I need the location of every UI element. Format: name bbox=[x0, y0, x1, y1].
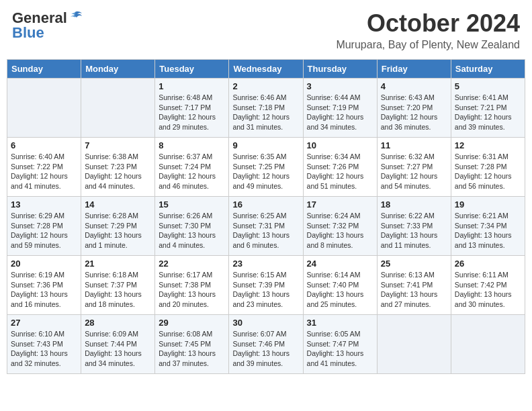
day-number: 31 bbox=[307, 318, 373, 328]
location-subtitle: Murupara, Bay of Plenty, New Zealand bbox=[336, 39, 520, 51]
calendar-cell bbox=[377, 315, 451, 374]
calendar-cell: 20Sunrise: 6:19 AM Sunset: 7:36 PM Dayli… bbox=[7, 256, 81, 315]
calendar-cell: 27Sunrise: 6:10 AM Sunset: 7:43 PM Dayli… bbox=[7, 315, 81, 374]
calendar-cell: 4Sunrise: 6:43 AM Sunset: 7:20 PM Daylig… bbox=[377, 79, 451, 138]
day-info: Sunrise: 6:25 AM Sunset: 7:31 PM Dayligh… bbox=[232, 211, 299, 250]
calendar-cell: 6Sunrise: 6:40 AM Sunset: 7:22 PM Daylig… bbox=[7, 138, 81, 197]
month-title: October 2024 bbox=[336, 9, 520, 38]
weekday-header-wednesday: Wednesday bbox=[229, 60, 303, 79]
calendar-cell: 24Sunrise: 6:14 AM Sunset: 7:40 PM Dayli… bbox=[303, 256, 377, 315]
day-number: 25 bbox=[381, 259, 447, 269]
day-info: Sunrise: 6:11 AM Sunset: 7:42 PM Dayligh… bbox=[455, 270, 521, 310]
day-info: Sunrise: 6:10 AM Sunset: 7:43 PM Dayligh… bbox=[11, 329, 77, 369]
day-info: Sunrise: 6:19 AM Sunset: 7:36 PM Dayligh… bbox=[11, 270, 77, 310]
calendar-week-row: 1Sunrise: 6:48 AM Sunset: 7:17 PM Daylig… bbox=[7, 79, 525, 138]
calendar-cell: 22Sunrise: 6:17 AM Sunset: 7:38 PM Dayli… bbox=[155, 256, 229, 315]
day-info: Sunrise: 6:37 AM Sunset: 7:24 PM Dayligh… bbox=[159, 152, 225, 191]
day-number: 28 bbox=[85, 318, 151, 328]
calendar-cell: 5Sunrise: 6:41 AM Sunset: 7:21 PM Daylig… bbox=[451, 79, 525, 138]
page-header: General Blue October 2024 Murupara, Bay … bbox=[7, 7, 525, 54]
day-number: 19 bbox=[455, 199, 521, 210]
calendar-cell: 16Sunrise: 6:25 AM Sunset: 7:31 PM Dayli… bbox=[229, 197, 303, 256]
calendar-cell: 25Sunrise: 6:13 AM Sunset: 7:41 PM Dayli… bbox=[377, 256, 451, 315]
calendar-cell: 28Sunrise: 6:09 AM Sunset: 7:44 PM Dayli… bbox=[81, 315, 155, 374]
day-info: Sunrise: 6:24 AM Sunset: 7:32 PM Dayligh… bbox=[307, 211, 373, 250]
day-number: 18 bbox=[381, 199, 447, 210]
calendar-week-row: 13Sunrise: 6:29 AM Sunset: 7:28 PM Dayli… bbox=[7, 197, 525, 256]
day-number: 12 bbox=[455, 140, 521, 150]
day-info: Sunrise: 6:41 AM Sunset: 7:21 PM Dayligh… bbox=[455, 93, 521, 132]
day-info: Sunrise: 6:15 AM Sunset: 7:39 PM Dayligh… bbox=[232, 270, 299, 310]
day-info: Sunrise: 6:21 AM Sunset: 7:34 PM Dayligh… bbox=[455, 211, 521, 250]
day-number: 20 bbox=[11, 259, 77, 269]
calendar-cell: 19Sunrise: 6:21 AM Sunset: 7:34 PM Dayli… bbox=[451, 197, 525, 256]
calendar-week-row: 6Sunrise: 6:40 AM Sunset: 7:22 PM Daylig… bbox=[7, 138, 525, 197]
day-number: 7 bbox=[85, 140, 151, 150]
day-info: Sunrise: 6:29 AM Sunset: 7:28 PM Dayligh… bbox=[11, 211, 77, 250]
day-info: Sunrise: 6:14 AM Sunset: 7:40 PM Dayligh… bbox=[307, 270, 373, 310]
day-info: Sunrise: 6:07 AM Sunset: 7:46 PM Dayligh… bbox=[232, 329, 299, 369]
day-info: Sunrise: 6:26 AM Sunset: 7:30 PM Dayligh… bbox=[159, 211, 225, 250]
day-info: Sunrise: 6:48 AM Sunset: 7:17 PM Dayligh… bbox=[159, 93, 225, 132]
day-number: 14 bbox=[85, 199, 151, 210]
calendar-cell: 10Sunrise: 6:34 AM Sunset: 7:26 PM Dayli… bbox=[303, 138, 377, 197]
calendar-cell bbox=[81, 79, 155, 138]
calendar-cell: 26Sunrise: 6:11 AM Sunset: 7:42 PM Dayli… bbox=[451, 256, 525, 315]
calendar-cell: 21Sunrise: 6:18 AM Sunset: 7:37 PM Dayli… bbox=[81, 256, 155, 315]
calendar-header-row: SundayMondayTuesdayWednesdayThursdayFrid… bbox=[7, 60, 525, 79]
day-info: Sunrise: 6:18 AM Sunset: 7:37 PM Dayligh… bbox=[85, 270, 151, 310]
day-number: 30 bbox=[232, 318, 299, 328]
day-number: 27 bbox=[11, 318, 77, 328]
day-info: Sunrise: 6:13 AM Sunset: 7:41 PM Dayligh… bbox=[381, 270, 447, 310]
day-info: Sunrise: 6:31 AM Sunset: 7:28 PM Dayligh… bbox=[455, 152, 521, 191]
calendar-cell: 1Sunrise: 6:48 AM Sunset: 7:17 PM Daylig… bbox=[155, 79, 229, 138]
weekday-header-thursday: Thursday bbox=[303, 60, 377, 79]
calendar-week-row: 27Sunrise: 6:10 AM Sunset: 7:43 PM Dayli… bbox=[7, 315, 525, 374]
day-number: 8 bbox=[159, 140, 225, 150]
calendar-cell: 7Sunrise: 6:38 AM Sunset: 7:23 PM Daylig… bbox=[81, 138, 155, 197]
calendar-cell bbox=[451, 315, 525, 374]
day-number: 10 bbox=[307, 140, 373, 150]
day-number: 23 bbox=[232, 259, 299, 269]
day-info: Sunrise: 6:38 AM Sunset: 7:23 PM Dayligh… bbox=[85, 152, 151, 191]
calendar-cell: 29Sunrise: 6:08 AM Sunset: 7:45 PM Dayli… bbox=[155, 315, 229, 374]
calendar-cell: 30Sunrise: 6:07 AM Sunset: 7:46 PM Dayli… bbox=[229, 315, 303, 374]
day-number: 21 bbox=[85, 259, 151, 269]
weekday-header-sunday: Sunday bbox=[7, 60, 81, 79]
day-info: Sunrise: 6:22 AM Sunset: 7:33 PM Dayligh… bbox=[381, 211, 447, 250]
day-number: 13 bbox=[11, 199, 77, 210]
day-info: Sunrise: 6:46 AM Sunset: 7:18 PM Dayligh… bbox=[232, 93, 299, 132]
title-block: October 2024 Murupara, Bay of Plenty, Ne… bbox=[336, 9, 520, 51]
calendar-cell: 18Sunrise: 6:22 AM Sunset: 7:33 PM Dayli… bbox=[377, 197, 451, 256]
day-number: 22 bbox=[159, 259, 225, 269]
day-info: Sunrise: 6:32 AM Sunset: 7:27 PM Dayligh… bbox=[381, 152, 447, 191]
calendar-week-row: 20Sunrise: 6:19 AM Sunset: 7:36 PM Dayli… bbox=[7, 256, 525, 315]
calendar-cell: 8Sunrise: 6:37 AM Sunset: 7:24 PM Daylig… bbox=[155, 138, 229, 197]
day-number: 11 bbox=[381, 140, 447, 150]
day-number: 16 bbox=[232, 199, 299, 210]
day-info: Sunrise: 6:08 AM Sunset: 7:45 PM Dayligh… bbox=[159, 329, 225, 369]
day-info: Sunrise: 6:28 AM Sunset: 7:29 PM Dayligh… bbox=[85, 211, 151, 250]
day-info: Sunrise: 6:17 AM Sunset: 7:38 PM Dayligh… bbox=[159, 270, 225, 310]
day-number: 17 bbox=[307, 199, 373, 210]
calendar-cell: 2Sunrise: 6:46 AM Sunset: 7:18 PM Daylig… bbox=[229, 79, 303, 138]
day-number: 5 bbox=[455, 81, 521, 91]
weekday-header-friday: Friday bbox=[377, 60, 451, 79]
day-number: 1 bbox=[159, 81, 225, 91]
day-info: Sunrise: 6:44 AM Sunset: 7:19 PM Dayligh… bbox=[307, 93, 373, 132]
weekday-header-monday: Monday bbox=[81, 60, 155, 79]
calendar-cell: 12Sunrise: 6:31 AM Sunset: 7:28 PM Dayli… bbox=[451, 138, 525, 197]
calendar-cell: 9Sunrise: 6:35 AM Sunset: 7:25 PM Daylig… bbox=[229, 138, 303, 197]
day-info: Sunrise: 6:09 AM Sunset: 7:44 PM Dayligh… bbox=[85, 329, 151, 369]
day-number: 9 bbox=[232, 140, 299, 150]
day-number: 2 bbox=[232, 81, 299, 91]
day-number: 3 bbox=[307, 81, 373, 91]
day-info: Sunrise: 6:43 AM Sunset: 7:20 PM Dayligh… bbox=[381, 93, 447, 132]
logo: General Blue bbox=[12, 9, 83, 40]
day-number: 29 bbox=[159, 318, 225, 328]
day-number: 4 bbox=[381, 81, 447, 91]
logo-blue-text: Blue bbox=[12, 26, 44, 40]
day-info: Sunrise: 6:35 AM Sunset: 7:25 PM Dayligh… bbox=[232, 152, 299, 191]
calendar-cell: 3Sunrise: 6:44 AM Sunset: 7:19 PM Daylig… bbox=[303, 79, 377, 138]
calendar-cell: 17Sunrise: 6:24 AM Sunset: 7:32 PM Dayli… bbox=[303, 197, 377, 256]
